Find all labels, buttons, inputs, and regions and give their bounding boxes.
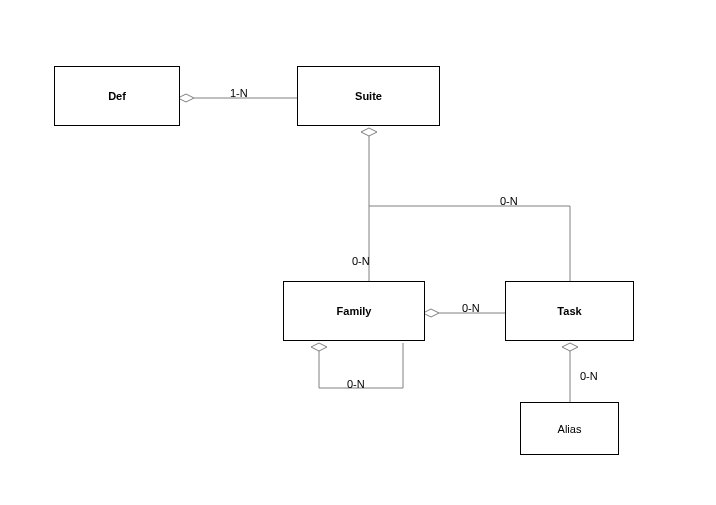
node-task-label: Task <box>557 305 581 317</box>
node-family: Family <box>283 281 425 341</box>
card-family-family: 0-N <box>347 378 365 390</box>
node-alias: Alias <box>520 402 619 455</box>
node-def-label: Def <box>108 90 126 102</box>
node-family-label: Family <box>337 305 372 317</box>
card-suite-task: 0-N <box>500 195 518 207</box>
node-alias-label: Alias <box>558 423 582 435</box>
er-diagram-canvas: Def Suite Family Task Alias 1-N 0-N 0-N … <box>0 0 716 505</box>
diamond-task-bottom <box>562 343 578 351</box>
diamond-family-right <box>423 309 439 317</box>
diamond-def-right <box>178 94 194 102</box>
node-task: Task <box>505 281 634 341</box>
node-def: Def <box>54 66 180 126</box>
card-suite-family: 0-N <box>352 255 370 267</box>
card-task-alias: 0-N <box>580 370 598 382</box>
diamond-suite-bottom <box>361 128 377 136</box>
diamond-family-bottom <box>311 343 327 351</box>
node-suite-label: Suite <box>355 90 382 102</box>
card-family-task: 0-N <box>462 302 480 314</box>
card-def-suite: 1-N <box>230 87 248 99</box>
node-suite: Suite <box>297 66 440 126</box>
